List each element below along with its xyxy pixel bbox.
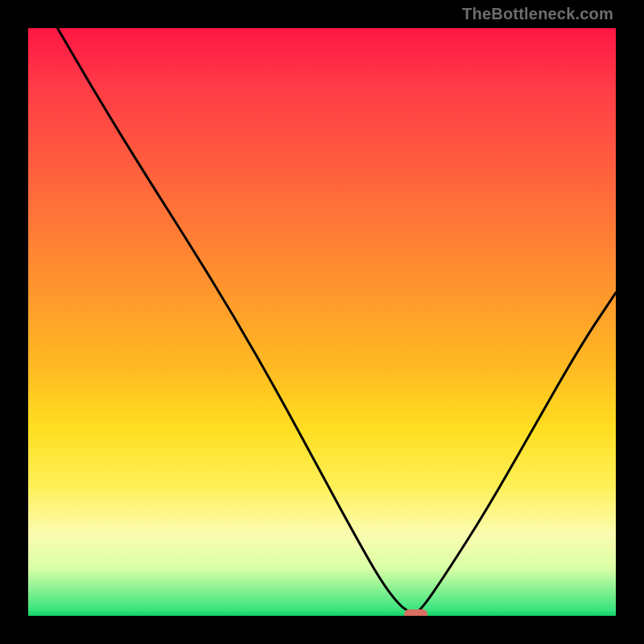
bottleneck-marker [404, 609, 427, 616]
chart-frame: TheBottleneck.com [0, 0, 644, 644]
plot-area [28, 28, 616, 616]
bottleneck-curve [28, 28, 616, 616]
watermark-text: TheBottleneck.com [462, 5, 613, 23]
